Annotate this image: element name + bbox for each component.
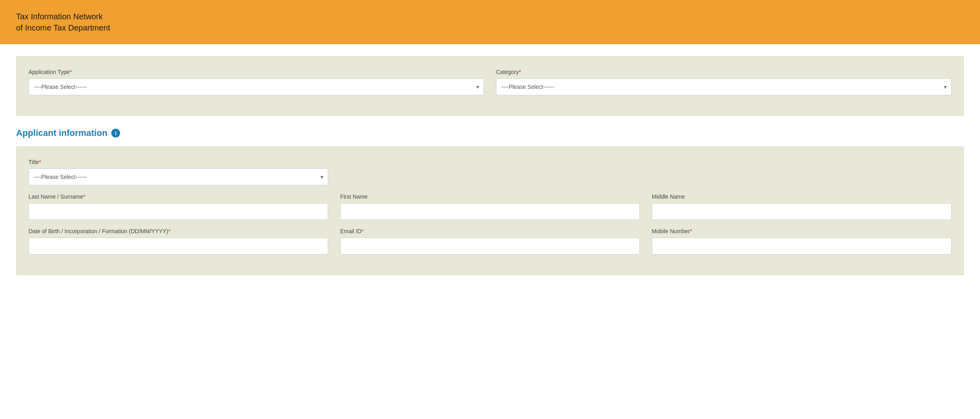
header-title: Tax Information Network of Income Tax De… [16, 11, 110, 33]
dob-email-mobile-row: Date of Birth / Incorporation / Formatio… [29, 228, 951, 255]
first-name-group: First Name [340, 193, 640, 220]
title-required: * [39, 159, 41, 165]
dob-required: * [168, 228, 170, 234]
title-label: Title* [29, 159, 328, 165]
last-name-label: Last Name / Surname* [29, 193, 328, 200]
email-input[interactable] [340, 238, 640, 255]
application-type-select-wrapper: ----Please Select------ [29, 78, 484, 95]
application-form-row: Application Type* ----Please Select-----… [29, 69, 951, 95]
first-name-input[interactable] [340, 203, 640, 220]
title-select-wrapper: ----Please Select------ [29, 168, 328, 185]
application-section: Application Type* ----Please Select-----… [16, 56, 964, 116]
mobile-group: Mobile Number* [652, 228, 951, 255]
first-name-label: First Name [340, 193, 640, 200]
applicant-section-heading: Applicant information i [16, 128, 964, 138]
dob-group: Date of Birth / Incorporation / Formatio… [29, 228, 328, 255]
middle-name-group: Middle Name [652, 193, 951, 220]
dob-input[interactable] [29, 238, 328, 255]
title-form-row: Title* ----Please Select------ [29, 159, 951, 185]
applicant-info-icon[interactable]: i [111, 129, 120, 138]
mobile-required: * [690, 228, 692, 234]
category-select-wrapper: ----Please Select------ [496, 78, 951, 95]
application-type-required: * [69, 69, 71, 75]
header-line1: Tax Information Network [16, 11, 110, 22]
category-label: Category* [496, 69, 951, 75]
applicant-heading-text: Applicant information [16, 128, 107, 138]
middle-name-label: Middle Name [652, 193, 951, 200]
category-select[interactable]: ----Please Select------ [496, 78, 951, 95]
last-name-required: * [83, 193, 85, 200]
applicant-section: Title* ----Please Select------ Last Name… [16, 146, 964, 275]
mobile-label: Mobile Number* [652, 228, 951, 234]
application-type-select[interactable]: ----Please Select------ [29, 78, 484, 95]
dob-label: Date of Birth / Incorporation / Formatio… [29, 228, 328, 234]
middle-name-input[interactable] [652, 203, 951, 220]
email-required: * [361, 228, 363, 234]
mobile-input[interactable] [652, 238, 951, 255]
name-form-row: Last Name / Surname* First Name Middle N… [29, 193, 951, 220]
email-group: Email ID* [340, 228, 640, 255]
main-content: Application Type* ----Please Select-----… [0, 44, 980, 299]
header-line2: of Income Tax Department [16, 22, 110, 33]
application-type-label: Application Type* [29, 69, 484, 75]
last-name-group: Last Name / Surname* [29, 193, 328, 220]
category-required: * [519, 69, 521, 75]
title-group: Title* ----Please Select------ [29, 159, 328, 185]
category-group: Category* ----Please Select------ [496, 69, 951, 95]
email-label: Email ID* [340, 228, 640, 234]
header: Tax Information Network of Income Tax De… [0, 0, 980, 44]
title-select[interactable]: ----Please Select------ [29, 168, 328, 185]
last-name-input[interactable] [29, 203, 328, 220]
application-type-group: Application Type* ----Please Select-----… [29, 69, 484, 95]
